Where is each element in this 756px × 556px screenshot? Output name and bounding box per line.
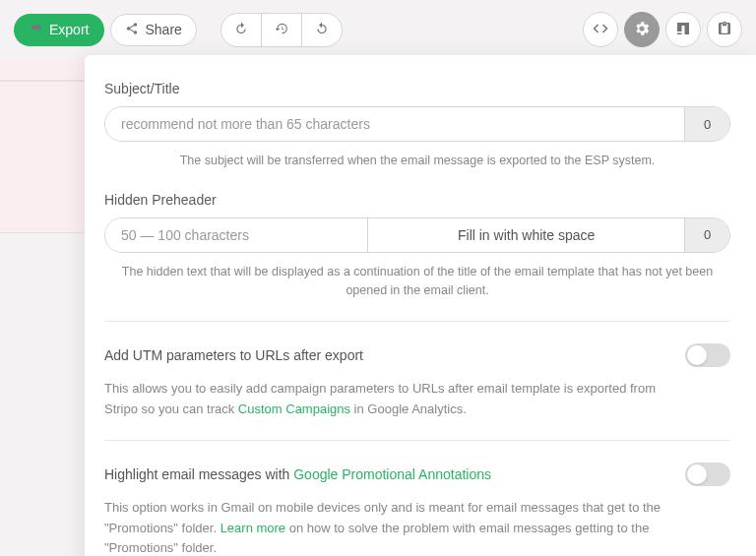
promo-section: Highlight email messages with Google Pro…: [104, 440, 730, 556]
subject-input-row: 0: [104, 106, 730, 142]
share-icon: [125, 22, 139, 38]
utm-section: Add UTM parameters to URLs after export …: [104, 321, 730, 420]
toggle-knob: [687, 464, 707, 484]
settings-button[interactable]: [624, 12, 660, 47]
preheader-label: Hidden Preheader: [104, 192, 730, 208]
utm-toggle[interactable]: [685, 343, 730, 367]
subject-helper: The subject will be transferred when the…: [104, 152, 730, 170]
subject-input[interactable]: [105, 107, 684, 141]
history-group: [220, 13, 343, 47]
code-icon: [592, 20, 609, 40]
utm-label: Add UTM parameters to URLs after export: [104, 347, 363, 363]
clipboard-icon: [717, 21, 732, 39]
export-label: Export: [49, 22, 89, 37]
code-button[interactable]: [583, 12, 618, 47]
preheader-input-row: Fill in with white space 0: [104, 217, 730, 253]
subject-section: Subject/Title 0 The subject will be tran…: [104, 81, 730, 170]
preview-button[interactable]: [665, 12, 701, 47]
history-button[interactable]: [262, 14, 302, 46]
export-icon: [30, 22, 43, 38]
fill-whitespace-button[interactable]: Fill in with white space: [367, 218, 684, 252]
preheader-counter: 0: [684, 218, 729, 252]
promo-label: Highlight email messages with Google Pro…: [104, 466, 491, 482]
preheader-input[interactable]: [105, 218, 367, 252]
learn-more-link[interactable]: Learn more: [220, 521, 285, 535]
clipboard-button[interactable]: [707, 12, 742, 47]
toggle-knob: [687, 345, 707, 365]
devices-icon: [674, 20, 692, 40]
top-toolbar: Export Share: [0, 0, 756, 59]
preheader-helper: The hidden text that will be displayed a…: [104, 263, 730, 300]
promo-description: This option works in Gmail on mobile dev…: [104, 498, 730, 556]
custom-campaigns-link[interactable]: Custom Campaigns: [238, 402, 350, 416]
redo-icon: [314, 22, 330, 38]
promo-annotations-link[interactable]: Google Promotional Annotations: [293, 466, 491, 482]
share-button[interactable]: Share: [110, 14, 196, 46]
subject-counter: 0: [684, 107, 729, 141]
view-icon-group: [583, 12, 742, 47]
subject-label: Subject/Title: [104, 81, 730, 96]
share-label: Share: [145, 22, 181, 37]
undo-icon: [233, 22, 249, 38]
history-icon: [274, 22, 289, 38]
utm-description: This allows you to easily add campaign p…: [104, 379, 730, 420]
settings-panel: Subject/Title 0 The subject will be tran…: [85, 55, 756, 556]
redo-button[interactable]: [302, 14, 342, 46]
undo-button[interactable]: [221, 14, 262, 46]
promo-toggle[interactable]: [685, 463, 730, 486]
preheader-section: Hidden Preheader Fill in with white spac…: [104, 192, 730, 300]
gear-icon: [633, 20, 651, 40]
export-button[interactable]: Export: [14, 14, 104, 46]
